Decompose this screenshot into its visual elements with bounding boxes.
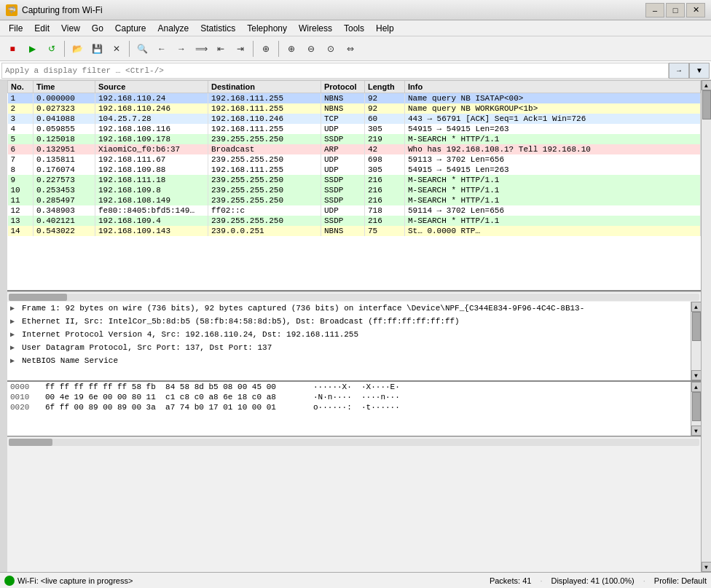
td-dest: 239.255.255.250 — [208, 175, 321, 185]
td-time: 0.348903 — [34, 205, 95, 216]
zoom-normal-btn[interactable]: ⊙ — [321, 39, 340, 58]
go-back-btn[interactable]: ← — [152, 39, 171, 58]
zoom-in-btn[interactable]: ⊕ — [282, 39, 301, 58]
hex-row: 001000 4e 19 6e 00 00 80 11 c1 c8 c0 a8 … — [7, 392, 691, 402]
go-first-btn[interactable]: ⇤ — [211, 39, 230, 58]
main-scroll-thumb[interactable] — [702, 90, 711, 119]
hex-scrollbar[interactable]: ▲ ▼ — [691, 382, 701, 436]
menu-item-capture[interactable]: Capture — [109, 22, 152, 35]
packet-hscroll[interactable] — [7, 291, 701, 302]
detail-text: NetBIOS Name Service — [22, 356, 118, 365]
packet-table-container[interactable]: No. Time Source Destination Protocol Len… — [7, 80, 701, 291]
td-source: 192.168.110.246 — [95, 103, 208, 114]
detail-row[interactable]: ▶NetBIOS Name Service — [7, 354, 691, 367]
detail-scroll-down[interactable]: ▼ — [691, 370, 702, 380]
td-source: 192.168.109.178 — [95, 134, 208, 144]
hscroll-thumb[interactable] — [9, 294, 67, 301]
hex-panel[interactable]: 0000ff ff ff ff ff ff 58 fb 84 58 8d b5 … — [7, 382, 691, 436]
menu-item-statistics[interactable]: Statistics — [195, 22, 241, 35]
main-scroll-up[interactable]: ▲ — [702, 80, 712, 90]
hex-scroll-down[interactable]: ▼ — [691, 426, 702, 436]
window-title: Capturing from Wi-Fi — [22, 5, 645, 15]
hex-scroll-thumb[interactable] — [692, 392, 701, 421]
filter-dropdown-button[interactable]: ▼ — [689, 63, 710, 79]
restart-capture-btn[interactable]: ↺ — [42, 39, 61, 58]
menu-item-telephony[interactable]: Telephony — [241, 22, 293, 35]
col-header-dest: Destination — [208, 81, 321, 93]
maximize-button[interactable]: □ — [666, 3, 685, 17]
table-row[interactable]: 40.059855192.168.108.116192.168.111.255U… — [8, 124, 701, 134]
open-file-btn[interactable]: 📂 — [68, 39, 87, 58]
table-row[interactable]: 70.135811192.168.111.67239.255.255.250UD… — [8, 154, 701, 165]
table-row[interactable]: 90.227573192.168.111.18239.255.255.250SS… — [8, 175, 701, 185]
td-len: 698 — [365, 154, 405, 165]
find-packet-btn[interactable]: 🔍 — [133, 39, 152, 58]
td-dest: 239.255.255.250 — [208, 185, 321, 195]
go-to-packet-btn[interactable]: ⟹ — [192, 39, 211, 58]
colorize-btn[interactable]: ⊕ — [256, 39, 275, 58]
table-row[interactable]: 80.176074192.168.109.88192.168.111.255UD… — [8, 165, 701, 175]
menu-item-tools[interactable]: Tools — [338, 22, 370, 35]
table-row[interactable]: 100.253453192.168.109.8239.255.255.250SS… — [8, 185, 701, 195]
table-row[interactable]: 20.027323192.168.110.246192.168.111.255N… — [8, 103, 701, 114]
filter-input[interactable] — [1, 63, 669, 79]
resize-cols-btn[interactable]: ⇔ — [341, 39, 360, 58]
menu-item-edit[interactable]: Edit — [28, 22, 55, 35]
menu-item-go[interactable]: Go — [86, 22, 109, 35]
menu-item-help[interactable]: Help — [370, 22, 400, 35]
menu-bar: FileEditViewGoCaptureAnalyzeStatisticsTe… — [0, 20, 711, 36]
main-scroll-down[interactable]: ▼ — [702, 562, 712, 572]
minimize-button[interactable]: – — [645, 3, 664, 17]
td-no: 10 — [8, 185, 34, 195]
filter-apply-button[interactable]: → — [669, 63, 689, 79]
packet-details[interactable]: ▶Frame 1: 92 bytes on wire (736 bits), 9… — [7, 302, 691, 380]
menu-item-wireless[interactable]: Wireless — [293, 22, 338, 35]
close-file-btn[interactable]: ✕ — [107, 39, 126, 58]
go-last-btn[interactable]: ⇥ — [231, 39, 250, 58]
detail-scroll-up[interactable]: ▲ — [691, 302, 702, 312]
detail-row[interactable]: ▶User Datagram Protocol, Src Port: 137, … — [7, 341, 691, 354]
bottom-scroll-thumb[interactable] — [9, 439, 52, 446]
close-button[interactable]: ✕ — [686, 3, 705, 17]
go-forward-btn[interactable]: → — [172, 39, 191, 58]
td-proto: UDP — [321, 124, 365, 134]
table-row[interactable]: 30.041088104.25.7.28192.168.110.246TCP60… — [8, 114, 701, 124]
menu-item-view[interactable]: View — [55, 22, 86, 35]
table-row[interactable]: 50.125018192.168.109.178239.255.255.250S… — [8, 134, 701, 144]
col-header-info: Info — [405, 81, 701, 93]
status-sep1: · — [540, 576, 542, 585]
menu-item-file[interactable]: File — [3, 22, 28, 35]
table-row[interactable]: 60.132951XiaomiCo_f0:b6:37BroadcastARP42… — [8, 144, 701, 154]
table-row[interactable]: 10.000000192.168.110.24192.168.111.255NB… — [8, 93, 701, 104]
table-row[interactable]: 130.402121192.168.109.4239.255.255.250SS… — [8, 216, 701, 226]
hex-bytes: 00 4e 19 6e 00 00 80 11 c1 c8 c0 a8 6e 1… — [45, 393, 307, 401]
bottom-hscroll[interactable] — [7, 436, 701, 447]
detail-text: Internet Protocol Version 4, Src: 192.16… — [22, 330, 358, 339]
col-header-proto: Protocol — [321, 81, 365, 93]
detail-row[interactable]: ▶Frame 1: 92 bytes on wire (736 bits), 9… — [7, 302, 691, 315]
td-dest: 239.255.255.250 — [208, 195, 321, 205]
table-row[interactable]: 120.348903fe80::8405:bfd5:149…ff02::cUDP… — [8, 205, 701, 216]
td-no: 14 — [8, 226, 34, 236]
hex-scroll-up[interactable]: ▲ — [691, 382, 702, 392]
packet-table: No. Time Source Destination Protocol Len… — [7, 80, 701, 236]
main-scroll-track — [702, 90, 712, 562]
table-area: No. Time Source Destination Protocol Len… — [7, 80, 701, 572]
detail-scrollbar[interactable]: ▲ ▼ — [691, 302, 701, 380]
td-proto: NBNS — [321, 93, 365, 104]
hex-ascii: ······X· ·X····E· — [313, 383, 400, 391]
menu-item-analyze[interactable]: Analyze — [152, 22, 195, 35]
status-sep2: · — [643, 576, 645, 585]
td-no: 1 — [8, 93, 34, 104]
td-time: 0.027323 — [34, 103, 95, 114]
table-row[interactable]: 110.285497192.168.108.149239.255.255.250… — [8, 195, 701, 205]
detail-row[interactable]: ▶Ethernet II, Src: IntelCor_5b:8d:b5 (58… — [7, 315, 691, 328]
save-file-btn[interactable]: 💾 — [87, 39, 106, 58]
table-row[interactable]: 140.543022192.168.109.143239.0.0.251NBNS… — [8, 226, 701, 236]
start-capture-btn[interactable]: ▶ — [23, 39, 42, 58]
detail-scroll-thumb[interactable] — [692, 312, 701, 341]
zoom-out-btn[interactable]: ⊖ — [302, 39, 321, 58]
stop-capture-btn[interactable]: ■ — [3, 39, 22, 58]
main-scrollbar[interactable]: ▲ ▼ — [701, 80, 711, 572]
detail-row[interactable]: ▶Internet Protocol Version 4, Src: 192.1… — [7, 328, 691, 341]
